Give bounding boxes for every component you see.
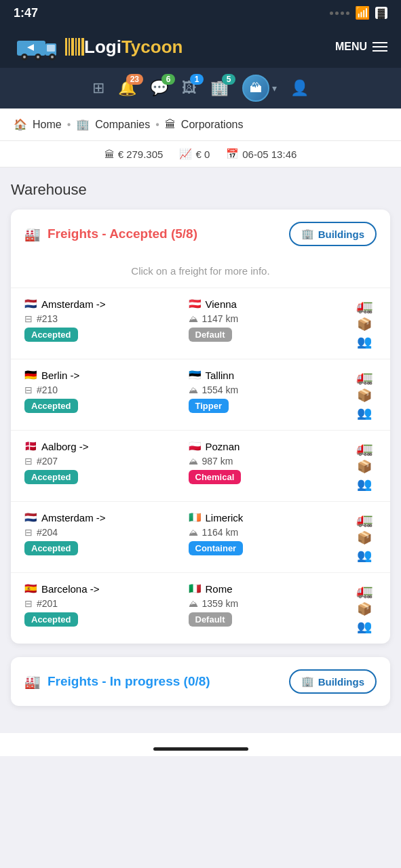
load-status-icon: 📦 — [357, 317, 372, 332]
freights-inprogress-title: 🏭 Freights - In progress (0/8) — [24, 674, 210, 690]
freights-accepted-header: 🏭 Freights - Accepted (5/8) 🏢 Buildings — [11, 210, 390, 258]
freights-inprogress-card: 🏭 Freights - In progress (0/8) 🏢 Buildin… — [11, 657, 390, 706]
freight-distance: ⛰ 1164 km — [189, 527, 346, 538]
buildings-button-inprogress[interactable]: 🏢 Buildings — [289, 669, 377, 694]
nav-profile[interactable]: 👤 — [290, 79, 309, 97]
freight-id-icon: ⊟ — [24, 384, 33, 395]
origin-flag: 🇩🇪 — [24, 369, 37, 381]
origin-flag: 🇩🇰 — [24, 440, 37, 452]
freight-origin: 🇩🇪 Berlin -> — [24, 369, 182, 381]
bank-balance: 🏛 € 279.305 — [104, 149, 164, 160]
date-value: 06-05 13:46 — [242, 149, 297, 160]
truck-status-icon: 🚛 — [356, 440, 373, 456]
breadcrumb: 🏠 Home • 🏢 Companies • 🏛 Corporations — [0, 108, 401, 141]
dest-city: Tallinn — [206, 370, 235, 381]
truck-status-icon: 🚛 — [356, 369, 373, 385]
balance-bar: 🏛 € 279.305 📈 € 0 📅 06-05 13:46 — [0, 141, 401, 167]
freight-origin: 🇳🇱 Amsterdam -> — [24, 511, 182, 524]
freight-id-icon: ⊟ — [24, 313, 33, 324]
svg-point-4 — [23, 56, 26, 58]
origin-city: Barcelona -> — [41, 583, 99, 595]
menu-button[interactable]: MENU — [335, 41, 387, 53]
status-time: 1:47 — [14, 6, 38, 20]
page-title: Warehouse — [11, 181, 390, 199]
main-content: Warehouse 🏭 Freights - Accepted (5/8) 🏢 … — [0, 167, 401, 733]
freight-type: Container — [189, 541, 346, 555]
user-avatar: 🏔 — [242, 75, 269, 102]
svg-rect-16 — [75, 38, 77, 56]
barcode-icon — [65, 37, 84, 57]
nav-chat[interactable]: 💬 6 — [150, 79, 168, 97]
freights-accepted-card: 🏭 Freights - Accepted (5/8) 🏢 Buildings … — [11, 210, 390, 644]
freight-id-icon: ⊟ — [24, 456, 33, 467]
freight-distance: ⛰ 1359 km — [189, 598, 346, 609]
breadcrumb-home[interactable]: Home — [33, 119, 62, 131]
truck-status-icon: 🚛 — [356, 583, 373, 599]
buildings-button-accepted[interactable]: 🏢 Buildings — [289, 222, 377, 246]
load-status-icon: 📦 — [357, 388, 372, 403]
freight-id: ⊟ #207 — [24, 456, 182, 467]
freight-type: Tipper — [189, 399, 346, 413]
breadcrumb-corporations[interactable]: Corporations — [181, 119, 244, 131]
warehouse-icon: 🏭 — [24, 226, 41, 242]
logo: LogiTycoon — [14, 33, 183, 61]
icon-nav-bar: ⊞ 🔔 23 💬 6 🖼 1 🏢 5 🏔 ▾ 👤 — [0, 68, 401, 108]
nav-buildings[interactable]: 🏢 5 — [210, 79, 229, 97]
persons-status-icon: 👥 — [357, 477, 372, 492]
persons-status-icon: 👥 — [357, 548, 372, 563]
breadcrumb-companies[interactable]: Companies — [95, 119, 150, 131]
nav-gallery[interactable]: 🖼 1 — [182, 79, 197, 97]
battery-icon: ▓ — [375, 7, 387, 19]
calculator-icon: ⊞ — [92, 79, 104, 97]
origin-city: Amsterdam -> — [41, 298, 106, 310]
freight-item[interactable]: 🇳🇱 Amsterdam -> ⊟ #204 Accepted 🇮🇪 Limer… — [11, 502, 390, 573]
freight-hint: Click on a freight for more info. — [11, 258, 390, 288]
bank-icon: 🏛 — [104, 149, 115, 160]
app-header: LogiTycoon MENU — [0, 26, 401, 68]
freight-list: 🇳🇱 Amsterdam -> ⊟ #213 Accepted 🇦🇹 Vienn… — [11, 288, 390, 644]
freight-item[interactable]: 🇩🇰 Aalborg -> ⊟ #207 Accepted 🇵🇱 Poznan — [11, 431, 390, 502]
notification-badge: 23 — [126, 74, 143, 85]
dest-flag: 🇮🇪 — [189, 511, 202, 524]
home-indicator — [153, 747, 248, 751]
nav-avatar-wrapper[interactable]: 🏔 ▾ — [242, 75, 277, 102]
origin-flag: 🇳🇱 — [24, 511, 37, 524]
dest-flag: 🇵🇱 — [189, 440, 202, 452]
load-status-icon: 📦 — [357, 601, 372, 616]
svg-rect-2 — [47, 45, 55, 52]
chevron-down-icon: ▾ — [272, 83, 277, 94]
freight-id: ⊟ #213 — [24, 313, 182, 324]
origin-city: Aalborg -> — [41, 441, 89, 452]
freight-type: Chemical — [189, 470, 346, 484]
logo-text: LogiTycoon — [84, 37, 183, 58]
distance-icon: ⛰ — [189, 527, 198, 538]
trend-balance: 📈 € 0 — [179, 148, 210, 160]
avatar-placeholder: 🏔 — [250, 81, 262, 96]
companies-icon: 🏢 — [76, 118, 90, 131]
persons-status-icon: 👥 — [357, 334, 372, 349]
load-status-icon: 📦 — [357, 530, 372, 545]
freight-id-icon: ⊟ — [24, 598, 33, 609]
freight-distance: ⛰ 1554 km — [189, 384, 346, 395]
gallery-badge: 1 — [190, 74, 204, 85]
bank-amount: € 279.305 — [118, 149, 164, 160]
freight-item[interactable]: 🇳🇱 Amsterdam -> ⊟ #213 Accepted 🇦🇹 Vienn… — [11, 288, 390, 359]
menu-label: MENU — [335, 41, 367, 53]
nav-calculator[interactable]: ⊞ — [92, 79, 104, 97]
freight-origin: 🇩🇰 Aalborg -> — [24, 440, 182, 452]
freight-item[interactable]: 🇪🇸 Barcelona -> ⊟ #201 Accepted 🇮🇹 Rome — [11, 573, 390, 644]
dest-city: Rome — [206, 583, 233, 595]
nav-notifications[interactable]: 🔔 23 — [118, 79, 136, 97]
load-status-icon: 📦 — [357, 459, 372, 474]
user-icon: 👤 — [290, 79, 309, 97]
persons-status-icon: 👥 — [357, 406, 372, 420]
freight-item[interactable]: 🇩🇪 Berlin -> ⊟ #210 Accepted 🇪🇪 Tallinn — [11, 359, 390, 431]
status-bar: 1:47 📶 ▓ — [0, 0, 401, 26]
freight-dest: 🇪🇪 Tallinn — [189, 369, 346, 381]
svg-rect-13 — [65, 38, 67, 56]
distance-icon: ⛰ — [189, 456, 198, 467]
freight-distance: ⛰ 1147 km — [189, 313, 346, 324]
trend-icon: 📈 — [179, 148, 192, 160]
corporations-icon: 🏛 — [165, 119, 176, 131]
freight-dest: 🇵🇱 Poznan — [189, 440, 346, 452]
